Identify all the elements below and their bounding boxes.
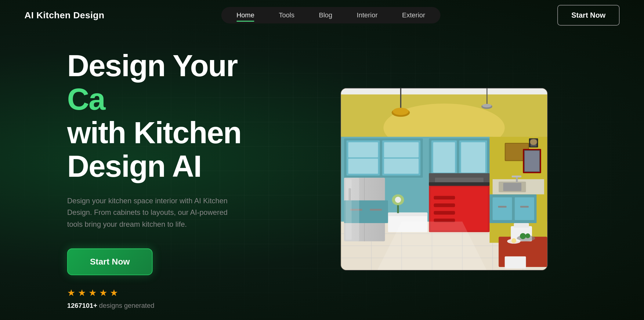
- hero-title: Design Your Ca with Kitchen Design AI: [67, 49, 275, 183]
- svg-point-82: [525, 233, 530, 238]
- svg-rect-59: [515, 197, 534, 220]
- svg-rect-46: [434, 211, 455, 215]
- nav-link-tools[interactable]: Tools: [279, 11, 294, 19]
- svg-point-10: [482, 104, 491, 108]
- hero-description: Design your kitchen space interior with …: [67, 195, 244, 230]
- hero-title-part1: Design Your: [67, 48, 237, 83]
- svg-rect-60: [498, 206, 507, 208]
- svg-rect-35: [461, 142, 485, 172]
- hero-stars: ★ ★ ★ ★ ★: [67, 287, 275, 298]
- hero-title-highlight: Ca: [67, 82, 105, 116]
- star-1: ★: [67, 287, 75, 298]
- nav-start-now-button[interactable]: Start Now: [557, 5, 620, 26]
- svg-point-74: [530, 139, 537, 145]
- brand-logo: AI Kitchen Design: [24, 10, 104, 20]
- svg-rect-64: [503, 183, 522, 191]
- svg-rect-27: [348, 159, 378, 174]
- star-3: ★: [89, 287, 97, 298]
- hero-start-now-button[interactable]: Start Now: [67, 248, 153, 275]
- hero-title-part2: with Kitchen: [67, 116, 241, 150]
- svg-rect-48: [429, 182, 490, 186]
- svg-rect-79: [505, 256, 526, 268]
- navbar: AI Kitchen Design Home Tools Blog Interi…: [0, 0, 644, 30]
- svg-rect-78: [514, 223, 529, 228]
- hero-title-part3: Design AI: [67, 149, 201, 183]
- hero-content: Design Your Ca with Kitchen Design AI De…: [67, 49, 275, 310]
- star-2: ★: [78, 287, 86, 298]
- hero-count-number: 1267101+: [67, 302, 97, 309]
- hero-kitchen-image: [340, 88, 548, 271]
- svg-rect-26: [348, 142, 378, 158]
- svg-rect-66: [512, 176, 522, 177]
- svg-rect-33: [433, 142, 455, 172]
- nav-link-exterior[interactable]: Exterior: [402, 11, 425, 19]
- nav-link-home[interactable]: Home: [237, 11, 255, 19]
- svg-rect-50: [388, 212, 427, 216]
- star-4: ★: [99, 287, 107, 298]
- star-5: ★: [110, 287, 118, 298]
- svg-point-81: [520, 233, 526, 239]
- svg-rect-8: [487, 88, 487, 107]
- svg-rect-61: [520, 206, 529, 208]
- svg-rect-87: [346, 179, 352, 240]
- svg-rect-56: [370, 209, 382, 211]
- nav-link-interior[interactable]: Interior: [357, 11, 378, 19]
- hero-designs-count: 1267101+ designs generated: [67, 302, 275, 310]
- nav-link-blog[interactable]: Blog: [319, 11, 332, 19]
- svg-point-84: [512, 238, 516, 243]
- svg-point-53: [395, 197, 401, 203]
- svg-rect-71: [525, 151, 539, 172]
- hero-image-wrapper: [305, 88, 583, 271]
- svg-rect-30: [384, 159, 418, 174]
- svg-rect-29: [384, 142, 418, 158]
- svg-rect-44: [434, 196, 455, 200]
- svg-rect-4: [341, 88, 547, 94]
- svg-rect-45: [434, 204, 455, 207]
- hero-count-suffix: designs generated: [97, 302, 154, 309]
- svg-point-7: [393, 108, 409, 115]
- nav-links-container: Home Tools Blog Interior Exterior: [221, 7, 440, 23]
- hero-section: Design Your Ca with Kitchen Design AI De…: [0, 30, 644, 310]
- kitchen-illustration: [341, 88, 547, 270]
- svg-rect-58: [493, 197, 512, 220]
